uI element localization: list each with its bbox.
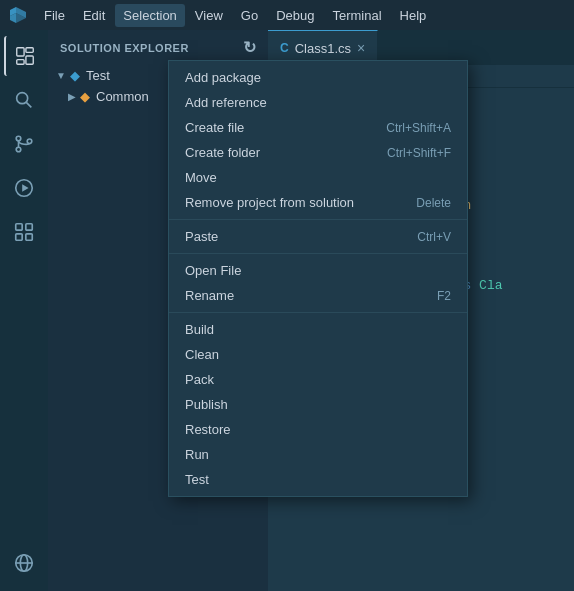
context-menu-open-file[interactable]: Open File	[169, 258, 467, 283]
context-item-shortcut: Ctrl+Shift+F	[387, 146, 451, 160]
context-item-label: Pack	[185, 372, 214, 387]
context-menu-rename[interactable]: Rename F2	[169, 283, 467, 308]
context-item-shortcut: Delete	[416, 196, 451, 210]
context-menu-sep1	[169, 219, 467, 220]
context-menu-sep3	[169, 312, 467, 313]
context-menu-sep2	[169, 253, 467, 254]
context-item-label: Rename	[185, 288, 234, 303]
context-menu-create-file[interactable]: Create file Ctrl+Shift+A	[169, 115, 467, 140]
context-item-shortcut: Ctrl+Shift+A	[386, 121, 451, 135]
context-menu-test[interactable]: Test	[169, 467, 467, 492]
context-item-label: Restore	[185, 422, 231, 437]
context-item-label: Create folder	[185, 145, 260, 160]
context-menu-move[interactable]: Move	[169, 165, 467, 190]
context-menu-publish[interactable]: Publish	[169, 392, 467, 417]
context-menu-build[interactable]: Build	[169, 317, 467, 342]
context-item-label: Build	[185, 322, 214, 337]
context-item-label: Clean	[185, 347, 219, 362]
context-item-label: Test	[185, 472, 209, 487]
context-item-label: Add reference	[185, 95, 267, 110]
context-menu-create-folder[interactable]: Create folder Ctrl+Shift+F	[169, 140, 467, 165]
context-menu-paste[interactable]: Paste Ctrl+V	[169, 224, 467, 249]
context-item-label: Add package	[185, 70, 261, 85]
context-menu-add-reference[interactable]: Add reference	[169, 90, 467, 115]
context-menu-restore[interactable]: Restore	[169, 417, 467, 442]
context-item-label: Open File	[185, 263, 241, 278]
context-item-label: Move	[185, 170, 217, 185]
context-item-label: Run	[185, 447, 209, 462]
context-menu-clean[interactable]: Clean	[169, 342, 467, 367]
context-menu-remove-project[interactable]: Remove project from solution Delete	[169, 190, 467, 215]
context-item-label: Create file	[185, 120, 244, 135]
context-item-label: Publish	[185, 397, 228, 412]
context-item-shortcut: F2	[437, 289, 451, 303]
context-menu: Add package Add reference Create file Ct…	[168, 60, 468, 497]
context-item-shortcut: Ctrl+V	[417, 230, 451, 244]
context-item-label: Remove project from solution	[185, 195, 354, 210]
context-menu-pack[interactable]: Pack	[169, 367, 467, 392]
context-item-label: Paste	[185, 229, 218, 244]
context-menu-overlay: Add package Add reference Create file Ct…	[0, 0, 574, 591]
context-menu-add-package[interactable]: Add package	[169, 65, 467, 90]
context-menu-run[interactable]: Run	[169, 442, 467, 467]
